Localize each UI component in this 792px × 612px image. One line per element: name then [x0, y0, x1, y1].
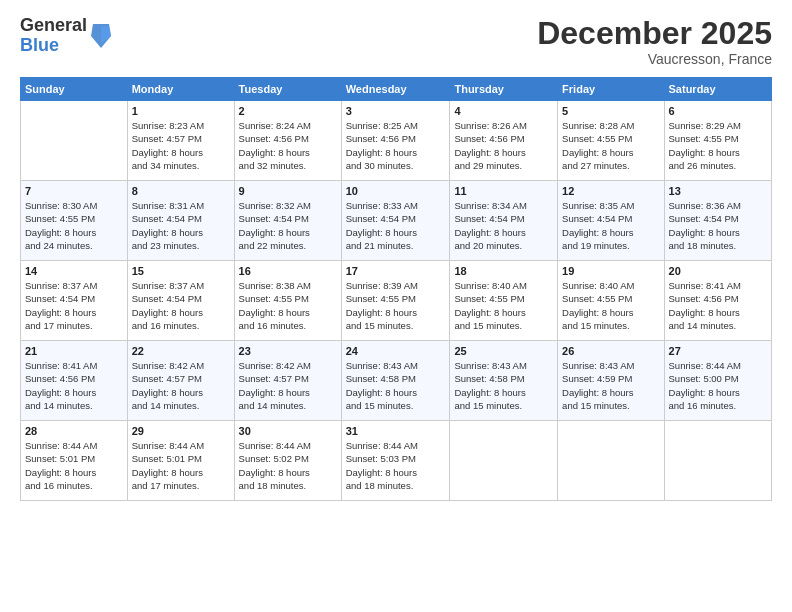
day-detail: Sunrise: 8:25 AM Sunset: 4:56 PM Dayligh… [346, 119, 446, 172]
table-row: 20Sunrise: 8:41 AM Sunset: 4:56 PM Dayli… [664, 261, 771, 341]
table-row: 27Sunrise: 8:44 AM Sunset: 5:00 PM Dayli… [664, 341, 771, 421]
page: General Blue December 2025 Vaucresson, F… [0, 0, 792, 612]
day-detail: Sunrise: 8:35 AM Sunset: 4:54 PM Dayligh… [562, 199, 659, 252]
col-saturday: Saturday [664, 78, 771, 101]
day-number: 9 [239, 185, 337, 197]
table-row: 25Sunrise: 8:43 AM Sunset: 4:58 PM Dayli… [450, 341, 558, 421]
day-number: 19 [562, 265, 659, 277]
table-row: 18Sunrise: 8:40 AM Sunset: 4:55 PM Dayli… [450, 261, 558, 341]
day-number: 10 [346, 185, 446, 197]
table-row [664, 421, 771, 501]
day-number: 5 [562, 105, 659, 117]
logo-general-text: General [20, 15, 87, 35]
calendar-week-row: 21Sunrise: 8:41 AM Sunset: 4:56 PM Dayli… [21, 341, 772, 421]
table-row: 23Sunrise: 8:42 AM Sunset: 4:57 PM Dayli… [234, 341, 341, 421]
day-number: 29 [132, 425, 230, 437]
table-row: 30Sunrise: 8:44 AM Sunset: 5:02 PM Dayli… [234, 421, 341, 501]
col-thursday: Thursday [450, 78, 558, 101]
col-monday: Monday [127, 78, 234, 101]
table-row [558, 421, 664, 501]
calendar-week-row: 1Sunrise: 8:23 AM Sunset: 4:57 PM Daylig… [21, 101, 772, 181]
calendar-week-row: 14Sunrise: 8:37 AM Sunset: 4:54 PM Dayli… [21, 261, 772, 341]
col-wednesday: Wednesday [341, 78, 450, 101]
day-number: 22 [132, 345, 230, 357]
logo: General Blue [20, 16, 113, 56]
table-row: 12Sunrise: 8:35 AM Sunset: 4:54 PM Dayli… [558, 181, 664, 261]
day-detail: Sunrise: 8:42 AM Sunset: 4:57 PM Dayligh… [239, 359, 337, 412]
day-detail: Sunrise: 8:44 AM Sunset: 5:00 PM Dayligh… [669, 359, 767, 412]
calendar-table: Sunday Monday Tuesday Wednesday Thursday… [20, 77, 772, 501]
location: Vaucresson, France [537, 51, 772, 67]
day-detail: Sunrise: 8:42 AM Sunset: 4:57 PM Dayligh… [132, 359, 230, 412]
day-number: 6 [669, 105, 767, 117]
day-number: 18 [454, 265, 553, 277]
day-detail: Sunrise: 8:37 AM Sunset: 4:54 PM Dayligh… [132, 279, 230, 332]
day-number: 4 [454, 105, 553, 117]
day-number: 12 [562, 185, 659, 197]
day-detail: Sunrise: 8:43 AM Sunset: 4:58 PM Dayligh… [454, 359, 553, 412]
table-row: 15Sunrise: 8:37 AM Sunset: 4:54 PM Dayli… [127, 261, 234, 341]
day-number: 15 [132, 265, 230, 277]
day-detail: Sunrise: 8:24 AM Sunset: 4:56 PM Dayligh… [239, 119, 337, 172]
col-tuesday: Tuesday [234, 78, 341, 101]
day-number: 14 [25, 265, 123, 277]
table-row: 6Sunrise: 8:29 AM Sunset: 4:55 PM Daylig… [664, 101, 771, 181]
day-number: 16 [239, 265, 337, 277]
logo-icon [89, 22, 113, 50]
table-row: 16Sunrise: 8:38 AM Sunset: 4:55 PM Dayli… [234, 261, 341, 341]
day-number: 24 [346, 345, 446, 357]
calendar-week-row: 7Sunrise: 8:30 AM Sunset: 4:55 PM Daylig… [21, 181, 772, 261]
day-detail: Sunrise: 8:26 AM Sunset: 4:56 PM Dayligh… [454, 119, 553, 172]
day-number: 17 [346, 265, 446, 277]
day-number: 23 [239, 345, 337, 357]
table-row: 5Sunrise: 8:28 AM Sunset: 4:55 PM Daylig… [558, 101, 664, 181]
day-detail: Sunrise: 8:32 AM Sunset: 4:54 PM Dayligh… [239, 199, 337, 252]
table-row: 11Sunrise: 8:34 AM Sunset: 4:54 PM Dayli… [450, 181, 558, 261]
table-row [21, 101, 128, 181]
day-detail: Sunrise: 8:29 AM Sunset: 4:55 PM Dayligh… [669, 119, 767, 172]
day-number: 20 [669, 265, 767, 277]
table-row: 28Sunrise: 8:44 AM Sunset: 5:01 PM Dayli… [21, 421, 128, 501]
day-detail: Sunrise: 8:36 AM Sunset: 4:54 PM Dayligh… [669, 199, 767, 252]
day-number: 3 [346, 105, 446, 117]
table-row: 2Sunrise: 8:24 AM Sunset: 4:56 PM Daylig… [234, 101, 341, 181]
day-detail: Sunrise: 8:43 AM Sunset: 4:58 PM Dayligh… [346, 359, 446, 412]
day-detail: Sunrise: 8:44 AM Sunset: 5:03 PM Dayligh… [346, 439, 446, 492]
day-number: 31 [346, 425, 446, 437]
calendar-week-row: 28Sunrise: 8:44 AM Sunset: 5:01 PM Dayli… [21, 421, 772, 501]
day-number: 13 [669, 185, 767, 197]
table-row: 13Sunrise: 8:36 AM Sunset: 4:54 PM Dayli… [664, 181, 771, 261]
table-row: 24Sunrise: 8:43 AM Sunset: 4:58 PM Dayli… [341, 341, 450, 421]
day-detail: Sunrise: 8:38 AM Sunset: 4:55 PM Dayligh… [239, 279, 337, 332]
table-row: 29Sunrise: 8:44 AM Sunset: 5:01 PM Dayli… [127, 421, 234, 501]
month-title: December 2025 [537, 16, 772, 51]
day-detail: Sunrise: 8:41 AM Sunset: 4:56 PM Dayligh… [669, 279, 767, 332]
day-number: 28 [25, 425, 123, 437]
day-number: 8 [132, 185, 230, 197]
day-detail: Sunrise: 8:43 AM Sunset: 4:59 PM Dayligh… [562, 359, 659, 412]
day-detail: Sunrise: 8:34 AM Sunset: 4:54 PM Dayligh… [454, 199, 553, 252]
table-row [450, 421, 558, 501]
day-number: 30 [239, 425, 337, 437]
col-sunday: Sunday [21, 78, 128, 101]
table-row: 31Sunrise: 8:44 AM Sunset: 5:03 PM Dayli… [341, 421, 450, 501]
day-detail: Sunrise: 8:40 AM Sunset: 4:55 PM Dayligh… [562, 279, 659, 332]
day-detail: Sunrise: 8:30 AM Sunset: 4:55 PM Dayligh… [25, 199, 123, 252]
day-detail: Sunrise: 8:41 AM Sunset: 4:56 PM Dayligh… [25, 359, 123, 412]
title-block: December 2025 Vaucresson, France [537, 16, 772, 67]
col-friday: Friday [558, 78, 664, 101]
day-number: 2 [239, 105, 337, 117]
table-row: 10Sunrise: 8:33 AM Sunset: 4:54 PM Dayli… [341, 181, 450, 261]
day-number: 1 [132, 105, 230, 117]
table-row: 26Sunrise: 8:43 AM Sunset: 4:59 PM Dayli… [558, 341, 664, 421]
header: General Blue December 2025 Vaucresson, F… [20, 16, 772, 67]
table-row: 8Sunrise: 8:31 AM Sunset: 4:54 PM Daylig… [127, 181, 234, 261]
day-detail: Sunrise: 8:37 AM Sunset: 4:54 PM Dayligh… [25, 279, 123, 332]
table-row: 19Sunrise: 8:40 AM Sunset: 4:55 PM Dayli… [558, 261, 664, 341]
table-row: 21Sunrise: 8:41 AM Sunset: 4:56 PM Dayli… [21, 341, 128, 421]
day-detail: Sunrise: 8:28 AM Sunset: 4:55 PM Dayligh… [562, 119, 659, 172]
day-number: 27 [669, 345, 767, 357]
day-number: 11 [454, 185, 553, 197]
day-detail: Sunrise: 8:40 AM Sunset: 4:55 PM Dayligh… [454, 279, 553, 332]
day-detail: Sunrise: 8:44 AM Sunset: 5:01 PM Dayligh… [25, 439, 123, 492]
